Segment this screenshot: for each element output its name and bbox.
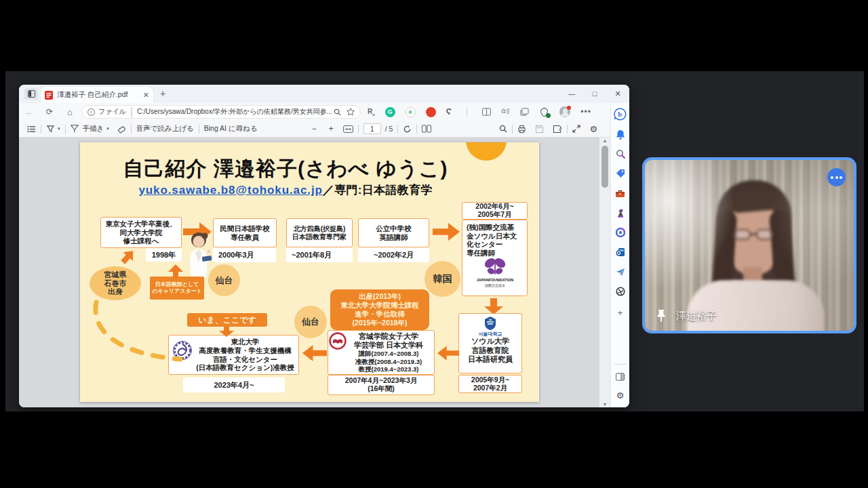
split-screen-icon[interactable] — [482, 108, 491, 116]
pen-tool-icon[interactable] — [46, 125, 55, 134]
profile-avatar[interactable] — [559, 106, 570, 117]
box-birth-phd: 出産(2013年) 東北大学大学院博士課程 進学・学位取得 (2015年~201… — [330, 289, 429, 330]
pdf-search-icon[interactable] — [499, 125, 507, 133]
box-tokyo-womens-univ: 東京女子大学卒業後、 同大学大学院 修士課程へ — [100, 217, 182, 248]
sidebar-panel-icon[interactable] — [614, 370, 627, 384]
page-view-icon[interactable] — [422, 125, 431, 133]
japan-foundation-logo — [481, 256, 509, 279]
refresh-icon[interactable]: ⟳ — [39, 107, 60, 117]
save-icon[interactable] — [535, 125, 544, 134]
file-info-icon[interactable]: i — [87, 108, 95, 116]
zoom-page-icon[interactable] — [334, 108, 341, 116]
date-2001: ~2001年8月 — [286, 247, 353, 262]
zoom-in-icon[interactable]: + — [329, 124, 334, 134]
sidebar-settings-gear-icon[interactable]: ⚙ — [614, 388, 627, 402]
circle-sendai-2: 仙台 — [294, 306, 327, 338]
browser-essentials-icon[interactable] — [539, 107, 549, 117]
active-tab[interactable]: 澤邉裕子 自己紹介.pdf ✕ — [41, 87, 153, 103]
window-minimize-button[interactable]: — — [560, 90, 583, 98]
browser-menu-icon[interactable]: ••• — [580, 107, 591, 117]
print-icon[interactable] — [517, 125, 526, 134]
evernote-icon[interactable]: e — [406, 107, 416, 117]
extension-rx-icon[interactable]: Rx — [368, 108, 375, 117]
scrollbar-thumb[interactable] — [601, 146, 608, 188]
date-2002-2005: 2002年6月~ 2005年7月 — [462, 202, 528, 220]
outlook-icon[interactable] — [614, 245, 627, 259]
toc-icon[interactable] — [27, 125, 36, 133]
pen-dropdown-icon[interactable]: ▾ — [58, 126, 60, 131]
microsoft365-icon[interactable] — [614, 226, 627, 239]
eraser-icon[interactable] — [117, 125, 126, 134]
pdf-file-icon — [45, 91, 53, 100]
email-link[interactable]: yuko.sawabe.b8@tohoku.ac.jp — [138, 184, 322, 197]
collections-icon[interactable] — [520, 108, 529, 116]
box-seoul-univ: 서울대학교 ソウル大学 言語教育院 日本語研究員 — [458, 313, 522, 373]
c-extension-icon[interactable]: Ϛ — [446, 107, 452, 117]
pdf-scrollbar[interactable]: ▲ ▼ — [599, 138, 610, 407]
notifications-bell-icon[interactable] — [614, 127, 627, 141]
sidebar-add-icon[interactable]: + — [614, 306, 627, 319]
sidebar-divider — [614, 364, 627, 365]
bing-copilot-icon[interactable]: b — [614, 107, 627, 121]
pdf-settings-gear-icon[interactable]: ⚙ — [589, 124, 597, 134]
rotate-icon[interactable] — [403, 125, 412, 134]
draw-dropdown-icon[interactable]: ▾ — [106, 126, 109, 131]
red-extension-icon[interactable] — [426, 107, 436, 117]
tab-bar: 澤邉裕子 自己紹介.pdf ✕ + — □ ✕ — [19, 85, 629, 103]
tab-close-icon[interactable]: ✕ — [143, 91, 149, 100]
edge-browser-window: 澤邉裕子 自己紹介.pdf ✕ + — □ ✕ ← ⟳ ⌂ i ファイル | C… — [19, 85, 629, 407]
read-aloud-button[interactable]: 音声で読み上げる — [136, 124, 194, 134]
zoom-out-icon[interactable]: − — [312, 124, 317, 134]
address-separator: | — [130, 106, 133, 118]
participant-name-label: 澤邉裕子 — [656, 309, 717, 323]
miyagi-head: 宮城学院女子大学 学芸学部 日本文学科 — [354, 332, 423, 350]
scheme-label: ファイル — [98, 107, 126, 117]
participant-video-tile[interactable]: 澤邉裕子 — [642, 157, 856, 333]
window-close-button[interactable]: ✕ — [606, 89, 629, 98]
scrollbar-up-icon[interactable]: ▲ — [599, 138, 610, 143]
fullscreen-icon[interactable] — [572, 125, 580, 133]
snu-logo — [483, 316, 498, 331]
participant-name: 澤邉裕子 — [676, 310, 717, 323]
fit-page-icon[interactable] — [343, 125, 353, 133]
home-icon[interactable]: ⌂ — [60, 107, 80, 117]
date-2000: 2000年3月 — [213, 247, 276, 262]
tools-icon[interactable] — [614, 186, 627, 200]
back-icon[interactable]: ← — [19, 107, 39, 117]
pin-icon — [656, 309, 667, 323]
grammarly-icon[interactable]: G — [385, 107, 395, 117]
drop-send-icon[interactable] — [614, 265, 627, 279]
scrollbar-down-icon[interactable]: ▼ — [599, 402, 610, 407]
favorite-star-icon[interactable] — [347, 108, 355, 116]
box-private-school: 民間日本語学校 専任教員 — [213, 218, 277, 247]
snu-korean-text: 서울대학교 — [479, 331, 502, 337]
sidebar-search-icon[interactable] — [614, 147, 627, 161]
window-controls: — □ ✕ — [560, 85, 629, 102]
window-maximize-button[interactable]: □ — [583, 89, 606, 98]
pdf-page: 自己紹介 澤邉裕子(さわべ ゆうこ) yuko.sawabe.b8@tohoku… — [80, 142, 539, 402]
arrow-down-1 — [484, 298, 503, 314]
ask-bing-button[interactable]: Bing AI に尋ねる — [204, 124, 258, 134]
new-tab-button[interactable]: + — [160, 88, 165, 99]
tab-search-icon[interactable] — [24, 88, 38, 100]
miyagi-gakuin-logo — [329, 332, 347, 350]
arrow-diagonal-up — [119, 245, 142, 268]
video-tile-menu-button[interactable] — [827, 168, 846, 186]
save-as-icon[interactable] — [553, 125, 562, 134]
games-icon[interactable] — [614, 206, 627, 220]
favorites-bar-icon[interactable] — [501, 108, 510, 116]
jf-logo-sub: 国際交流基金 — [464, 283, 526, 287]
ellipse-origin: 宮城県 石巻市 出身 — [90, 266, 141, 300]
arrow-down-now — [219, 327, 234, 337]
draw-label[interactable]: 手描き — [83, 124, 104, 134]
circle-korea: 韓国 — [425, 261, 460, 297]
address-bar[interactable]: i ファイル | C:/Users/ysawa/Dropbox/学外:外部からの… — [81, 105, 361, 119]
date-2002: ~2002年2月 — [358, 247, 429, 262]
msn-globe-icon[interactable] — [614, 285, 627, 298]
page-number-input[interactable]: 1 — [363, 123, 381, 134]
shopping-icon[interactable] — [614, 167, 627, 180]
address-path[interactable]: C:/Users/ysawa/Dropbox/学外:外部からの依頼業務/男女共同… — [137, 107, 334, 117]
arrow-left-1 — [437, 344, 459, 362]
arrow-left-2 — [302, 344, 327, 362]
draw-tool-icon[interactable] — [71, 125, 79, 133]
